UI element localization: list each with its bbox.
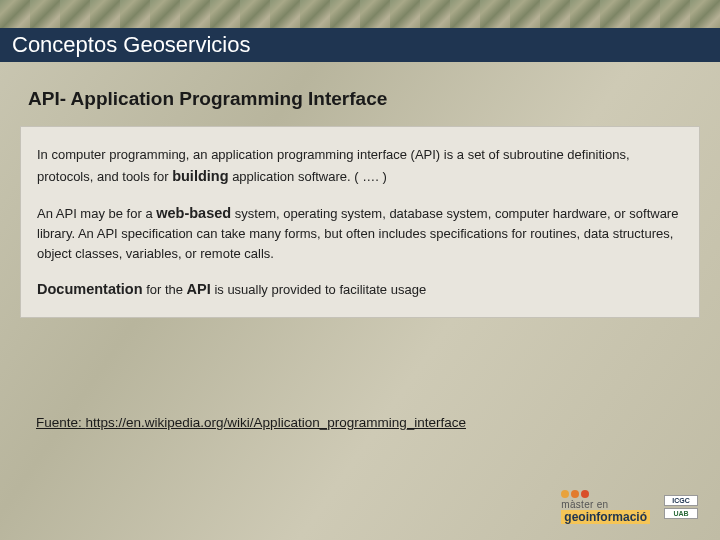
p3-mid: for the xyxy=(143,282,187,297)
section-subtitle: API- Application Programming Interface xyxy=(28,88,387,110)
logo-institution-block: ICGC UAB xyxy=(664,495,698,519)
paragraph-2: An API may be for a web-based system, op… xyxy=(37,202,683,265)
logo-uab: UAB xyxy=(664,508,698,519)
source-label: Fuente: xyxy=(36,415,86,430)
p3-end: is usually provided to facilitate usage xyxy=(211,282,426,297)
paragraph-1: In computer programming, an application … xyxy=(37,145,683,188)
logo-dots-icon xyxy=(561,490,589,498)
logo-master-line2: geoinformació xyxy=(561,510,650,524)
p3-bold-api: API xyxy=(187,281,211,297)
p3-bold-documentation: Documentation xyxy=(37,281,143,297)
footer-logos: màster en geoinformació ICGC UAB xyxy=(561,490,698,524)
paragraph-3: Documentation for the API is usually pro… xyxy=(37,278,683,300)
page-title: Conceptos Geoservicios xyxy=(12,32,250,58)
content-box: In computer programming, an application … xyxy=(20,126,700,318)
logo-master-line1: màster en xyxy=(561,500,608,510)
logo-icgc: ICGC xyxy=(664,495,698,506)
logo-master-geoinformacio: màster en geoinformació xyxy=(561,490,650,524)
p2-bold-webbased: web-based xyxy=(156,205,231,221)
source-citation: Fuente: https://en.wikipedia.org/wiki/Ap… xyxy=(36,414,476,432)
source-url: https://en.wikipedia.org/wiki/Applicatio… xyxy=(86,415,466,430)
p1-bold-building: building xyxy=(172,168,228,184)
p2-text-a: An API may be for a xyxy=(37,206,156,221)
p1-text-b: application software. ( …. ) xyxy=(229,169,387,184)
title-band: Conceptos Geoservicios xyxy=(0,28,720,62)
